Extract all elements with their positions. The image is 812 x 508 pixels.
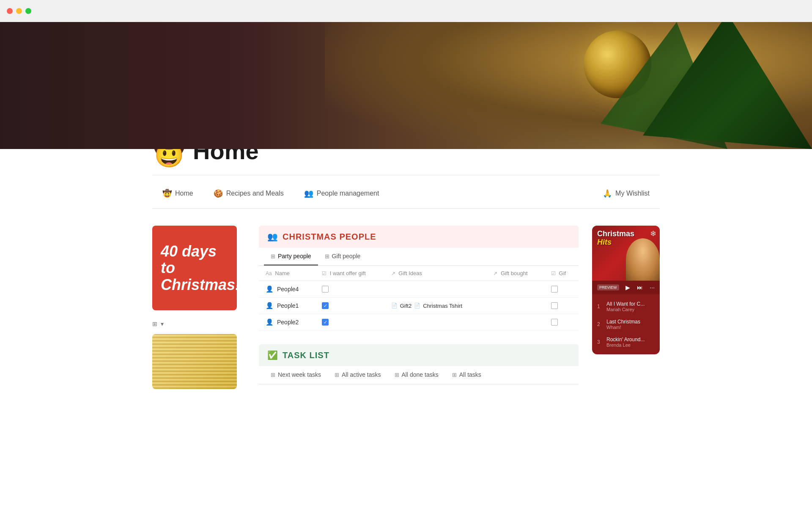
playlist-info-2: Last Christmas Wham! [606, 319, 655, 330]
cell-name-people1: 👤 People1 [259, 298, 315, 314]
cell-name-people4: 👤 People4 [259, 281, 315, 298]
tab-active-label: All active tasks [342, 371, 381, 378]
person-icon: 👤 [266, 318, 274, 326]
gift-bought-col-icon: ↗ [493, 271, 497, 276]
music-title: Christmas Hits [597, 230, 634, 247]
people-nav-icon: 👥 [304, 189, 313, 198]
gif-checkbox[interactable] [551, 286, 558, 293]
view-toggle[interactable]: ⊞ ▾ [152, 320, 245, 327]
music-card: Christmas Hits ❄ PREVIEW ▶ ⏭ ··· 1 [592, 226, 660, 354]
gift-idea-1[interactable]: Gift2 [400, 303, 411, 309]
music-cover: Christmas Hits ❄ [592, 226, 660, 281]
col-header-want-gift: ☑ I want offer gift [315, 266, 384, 281]
cell-want-gift-people2[interactable]: ✓ [315, 314, 384, 331]
playlist-item[interactable]: 1 All I Want for C... Mariah Carey [592, 298, 660, 315]
tab-next-week-icon: ⊞ [271, 372, 275, 378]
cell-gift-bought-people2 [486, 314, 544, 331]
tab-next-week-label: Next week tasks [278, 371, 321, 378]
nav-bar: 🤠 Home 🍪 Recipes and Meals 👥 People mana… [152, 185, 660, 209]
tab-party-icon: ⊞ [271, 253, 275, 260]
playlist-num-3: 3 [597, 339, 603, 345]
nav-item-wishlist[interactable]: 🙏 My Wishlist [593, 185, 660, 202]
titlebar [0, 0, 812, 22]
name-col-icon: Aa [266, 271, 272, 276]
playlist-item[interactable]: 3 Rockin' Around... Brenda Lee [592, 333, 660, 351]
more-options-button[interactable]: ··· [650, 284, 655, 291]
close-button[interactable] [7, 8, 13, 14]
maximize-button[interactable] [25, 8, 31, 14]
cell-gift-bought-people4 [486, 281, 544, 298]
minimize-button[interactable] [16, 8, 22, 14]
christmas-people-icon: 👥 [267, 232, 278, 242]
playlist-item[interactable]: 2 Last Christmas Wham! [592, 315, 660, 333]
table-row: 👤 People2 ✓ [259, 314, 579, 331]
want-gift-checkbox-checked[interactable]: ✓ [322, 319, 329, 326]
preview-badge: PREVIEW [597, 284, 619, 290]
christmas-people-header: 👥 CHRISTMAS PEOPLE [259, 226, 579, 248]
cell-gift-ideas-people4 [384, 281, 487, 298]
gif-col-icon: ☑ [551, 271, 556, 276]
cell-gift-bought-people1 [486, 298, 544, 314]
gift-bought-col-label: Gift bought [501, 270, 528, 276]
wishlist-nav-icon: 🙏 [603, 189, 612, 198]
tab-all-active-tasks[interactable]: ⊞ All active tasks [328, 366, 388, 384]
countdown-card: 40 days to Christmas! [152, 226, 237, 310]
tab-done-label: All done tasks [402, 371, 439, 378]
gif-checkbox[interactable] [551, 319, 558, 326]
nav-label-people: People management [317, 190, 379, 197]
cell-gif-people1[interactable] [544, 298, 579, 314]
christmas-people-title: CHRISTMAS PEOPLE [283, 232, 376, 242]
play-button[interactable]: ▶ [625, 284, 630, 291]
tab-all-icon: ⊞ [452, 372, 457, 378]
want-gift-checkbox[interactable] [322, 286, 329, 293]
cell-want-gift-people4[interactable] [315, 281, 384, 298]
playlist-info-1: All I Want for C... Mariah Carey [606, 301, 655, 312]
nav-label-recipes: Recipes and Meals [226, 190, 284, 197]
nav-label-wishlist: My Wishlist [615, 190, 650, 197]
music-playlist: 1 All I Want for C... Mariah Carey 2 Las… [592, 294, 660, 354]
left-sidebar: 40 days to Christmas! ⊞ ▾ [152, 226, 245, 389]
tab-gift-label: Gift people [332, 253, 361, 260]
tab-all-done-tasks[interactable]: ⊞ All done tasks [388, 366, 445, 384]
table-row: 👤 People4 [259, 281, 579, 298]
page-content: 🤠 Home 🤠 Home 🍪 Recipes and Meals 👥 Peop… [110, 136, 702, 398]
tab-all-tasks[interactable]: ⊞ All tasks [445, 366, 488, 384]
nav-item-recipes[interactable]: 🍪 Recipes and Meals [203, 185, 294, 202]
tab-party-people[interactable]: ⊞ Party people [264, 248, 318, 265]
tab-gift-people[interactable]: ⊞ Gift people [318, 248, 368, 265]
nav-item-home[interactable]: 🤠 Home [152, 185, 203, 202]
gift-idea-2[interactable]: Christmas Tshirt [423, 303, 462, 309]
nav-item-people[interactable]: 👥 People management [294, 185, 390, 202]
cell-want-gift-people1[interactable]: ✓ [315, 298, 384, 314]
center-content: 👥 CHRISTMAS PEOPLE ⊞ Party people ⊞ Gift… [259, 226, 579, 398]
music-controls: PREVIEW ▶ ⏭ ··· [592, 281, 660, 294]
tab-next-week-tasks[interactable]: ⊞ Next week tasks [264, 366, 328, 384]
person-icon: 👤 [266, 302, 274, 309]
task-list-header: ✅ TASK LIST [259, 344, 579, 366]
gift-file-icon: 📄 [391, 303, 398, 309]
task-list-icon: ✅ [267, 350, 278, 360]
christmas-people-section: 👥 CHRISTMAS PEOPLE ⊞ Party people ⊞ Gift… [259, 226, 579, 331]
gif-checkbox[interactable] [551, 302, 558, 309]
cell-gif-people4[interactable] [544, 281, 579, 298]
gift-ideas-col-label: Gift Ideas [398, 270, 422, 276]
col-header-name: Aa Name [259, 266, 315, 281]
want-gift-checkbox-checked[interactable]: ✓ [322, 302, 329, 309]
cell-gif-people2[interactable] [544, 314, 579, 331]
thumbnail-inner [152, 334, 237, 389]
right-sidebar: Christmas Hits ❄ PREVIEW ▶ ⏭ ··· 1 [592, 226, 660, 354]
hero-banner [0, 22, 812, 149]
name-col-label: Name [275, 270, 290, 276]
cell-gift-ideas-people1: 📄 Gift2 📄 Christmas Tshirt [384, 298, 487, 314]
want-gift-col-label: I want offer gift [330, 270, 366, 276]
playlist-song-1: All I Want for C... [606, 301, 655, 307]
tab-active-icon: ⊞ [335, 372, 339, 378]
col-header-gif: ☑ Gif [544, 266, 579, 281]
snowflake-icon: ❄ [650, 229, 656, 238]
tab-done-icon: ⊞ [395, 372, 399, 378]
next-button[interactable]: ⏭ [637, 284, 643, 291]
cell-name-people2: 👤 People2 [259, 314, 315, 331]
playlist-artist-2: Wham! [606, 325, 655, 330]
playlist-num-2: 2 [597, 321, 603, 327]
christmas-people-tabs: ⊞ Party people ⊞ Gift people [259, 248, 579, 266]
